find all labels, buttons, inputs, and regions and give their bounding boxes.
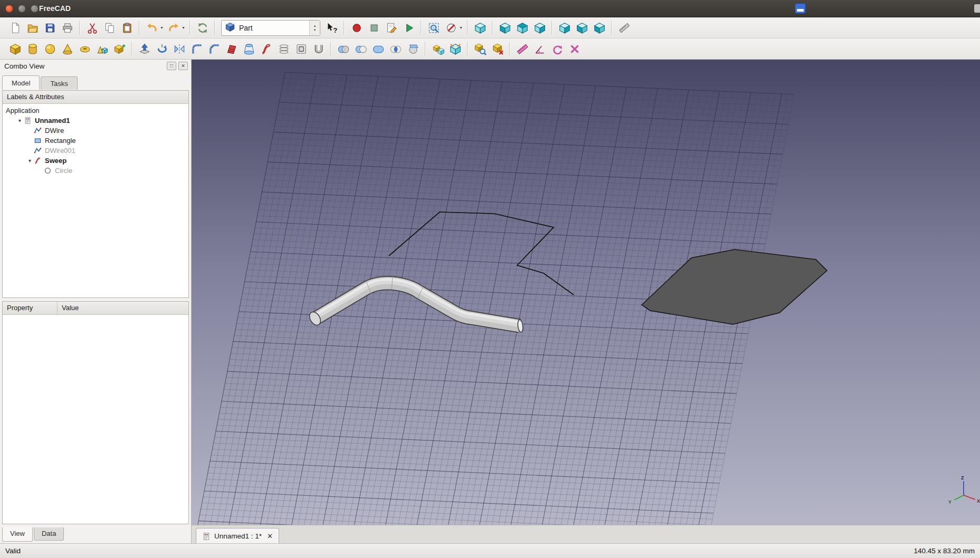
float-panel-button[interactable]: □ bbox=[167, 62, 176, 70]
part-extrude-button[interactable] bbox=[136, 40, 153, 57]
draw-style-dropdown-icon[interactable]: ▾ bbox=[458, 25, 464, 30]
save-document-button[interactable] bbox=[41, 19, 59, 36]
value-column-header[interactable]: Value bbox=[58, 302, 83, 314]
tree-column-header: Labels & Attributes bbox=[3, 91, 188, 104]
part-ruled-surface-icon bbox=[225, 43, 238, 55]
whats-this-button[interactable]: ? bbox=[323, 19, 340, 36]
view-bottom-button[interactable] bbox=[573, 19, 591, 36]
part-intersection-button[interactable] bbox=[387, 40, 404, 57]
view-right-button[interactable] bbox=[531, 19, 548, 36]
part-fillet-button[interactable] bbox=[188, 40, 205, 57]
part-primitives-icon bbox=[96, 43, 109, 55]
window-title: FreeCAD bbox=[39, 0, 71, 17]
part-sweep-button[interactable] bbox=[258, 40, 275, 57]
tree-item-circle[interactable]: Circle bbox=[3, 166, 188, 176]
tree-item-unnamed1[interactable]: ▾Unnamed1 bbox=[3, 116, 188, 126]
view-front-button[interactable] bbox=[496, 19, 513, 36]
axis-x-label: X bbox=[977, 498, 980, 504]
part-mirror-button[interactable] bbox=[170, 40, 188, 57]
part-revolve-button[interactable] bbox=[153, 40, 170, 57]
part-mirror-icon bbox=[173, 43, 186, 55]
redo-dropdown-icon[interactable]: ▾ bbox=[180, 25, 186, 30]
part-union-button[interactable] bbox=[369, 40, 387, 57]
property-column-header[interactable]: Property bbox=[3, 302, 58, 314]
close-document-icon[interactable]: ✕ bbox=[267, 532, 273, 540]
workbench-selector[interactable]: Part▴▾ bbox=[221, 20, 320, 36]
minimize-window-button[interactable] bbox=[18, 5, 26, 13]
view-left-button[interactable] bbox=[591, 19, 608, 36]
maximize-window-button[interactable] bbox=[31, 5, 39, 13]
tab-model[interactable]: Model bbox=[2, 75, 40, 90]
macro-stop-button[interactable] bbox=[365, 19, 383, 36]
document-tab[interactable]: Unnamed1 : 1* ✕ bbox=[196, 528, 279, 544]
tree-item-label: DWire001 bbox=[45, 147, 75, 155]
close-window-button[interactable] bbox=[5, 5, 13, 13]
part-cut-button[interactable] bbox=[352, 40, 369, 57]
print-document-button[interactable] bbox=[59, 19, 76, 36]
part-compound-icon bbox=[432, 43, 444, 55]
copy-button[interactable] bbox=[101, 19, 118, 36]
close-panel-button[interactable]: ✕ bbox=[178, 62, 188, 70]
part-loft-button[interactable] bbox=[240, 40, 258, 57]
part-fillet-icon bbox=[191, 43, 203, 55]
fit-all-button[interactable] bbox=[425, 19, 442, 36]
tab-view[interactable]: View bbox=[2, 527, 33, 542]
cut-button[interactable] bbox=[83, 19, 101, 36]
macro-execute-button[interactable] bbox=[400, 19, 417, 36]
part-torus-button[interactable] bbox=[76, 40, 93, 57]
view-right-icon bbox=[534, 22, 546, 34]
refresh-button[interactable] bbox=[194, 19, 211, 36]
part-cylinder-button[interactable] bbox=[24, 40, 41, 57]
undo-dropdown-icon[interactable]: ▾ bbox=[159, 25, 165, 30]
tree-item-application[interactable]: Application bbox=[3, 105, 188, 116]
expander-icon[interactable]: ▾ bbox=[26, 158, 34, 163]
part-sphere-button[interactable] bbox=[41, 40, 59, 57]
part-offset-button[interactable] bbox=[292, 40, 310, 57]
paste-button[interactable] bbox=[118, 19, 136, 36]
measure-clear-button[interactable] bbox=[566, 40, 583, 57]
part-shape-builder-button[interactable] bbox=[111, 40, 128, 57]
measure-angular-button[interactable] bbox=[531, 40, 548, 57]
part-thickness-button[interactable] bbox=[310, 40, 327, 57]
view-top-button[interactable] bbox=[513, 19, 531, 36]
part-primitives-button[interactable] bbox=[93, 40, 111, 57]
toolbar-separator bbox=[492, 21, 493, 35]
macro-edit-button[interactable] bbox=[383, 19, 400, 36]
part-box-button[interactable] bbox=[6, 40, 24, 57]
macro-record-button[interactable] bbox=[348, 19, 365, 36]
open-document-button[interactable] bbox=[24, 19, 41, 36]
draw-style-button[interactable] bbox=[442, 19, 460, 36]
part-section-button[interactable] bbox=[404, 40, 422, 57]
tree-item-rectangle[interactable]: Rectangle bbox=[3, 136, 188, 146]
part-cone-button[interactable] bbox=[59, 40, 76, 57]
expander-icon[interactable]: ▾ bbox=[16, 118, 24, 123]
tree-item-sweep[interactable]: ▾Sweep bbox=[3, 156, 188, 166]
view-rear-button[interactable] bbox=[556, 19, 573, 36]
undo-button[interactable] bbox=[143, 19, 160, 36]
toolbar-separator bbox=[467, 21, 468, 35]
part-ruled-surface-button[interactable] bbox=[223, 40, 240, 57]
view-isometric-icon bbox=[474, 22, 487, 34]
part-check-geometry-button[interactable] bbox=[471, 40, 489, 57]
combo-spinner-icon[interactable]: ▴▾ bbox=[309, 21, 320, 35]
tab-tasks[interactable]: Tasks bbox=[41, 76, 77, 90]
measure-refresh-button[interactable] bbox=[548, 40, 566, 57]
part-boolean-button[interactable] bbox=[335, 40, 352, 57]
part-compound-button[interactable] bbox=[429, 40, 446, 57]
measure-linear-button[interactable] bbox=[513, 40, 531, 57]
tab-data[interactable]: Data bbox=[34, 527, 64, 541]
part-chamfer-button[interactable] bbox=[205, 40, 223, 57]
part-defeaturing-button[interactable] bbox=[489, 40, 506, 57]
measure-distance-button[interactable] bbox=[615, 19, 633, 36]
redo-button[interactable] bbox=[165, 19, 182, 36]
new-document-button[interactable] bbox=[6, 19, 24, 36]
toolbar-separator bbox=[467, 42, 468, 56]
part-connect-button[interactable] bbox=[446, 40, 464, 57]
part-cross-sections-button[interactable] bbox=[275, 40, 292, 57]
view-isometric-button[interactable] bbox=[471, 19, 489, 36]
tree-item-dwire[interactable]: DWire bbox=[3, 126, 188, 136]
3d-viewport[interactable]: Z X Y bbox=[192, 60, 980, 525]
keyboard-indicator-icon[interactable] bbox=[795, 3, 806, 14]
tree-item-dwire001[interactable]: DWire001 bbox=[3, 146, 188, 156]
whats-this-icon: ? bbox=[326, 22, 338, 34]
